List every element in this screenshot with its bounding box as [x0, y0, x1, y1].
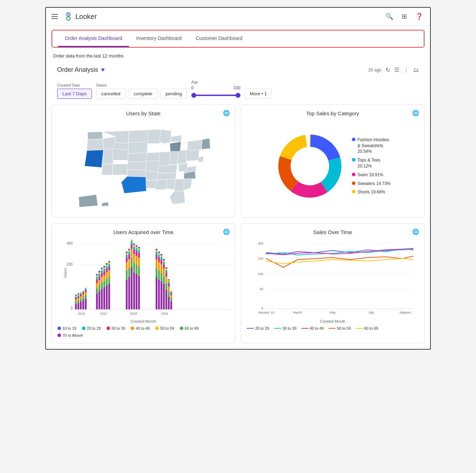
svg-rect-118: [103, 275, 105, 281]
legend-60-69: 60 to 69: [180, 326, 199, 330]
svg-rect-112: [101, 273, 103, 277]
page-subtitle: Order data from the last 12 months: [46, 52, 430, 63]
refresh-button[interactable]: ↻: [386, 67, 390, 73]
svg-rect-152: [131, 267, 132, 309]
svg-rect-86: [82, 293, 84, 294]
svg-rect-208: [165, 290, 167, 309]
label-60-69: 60 to 69: [185, 326, 199, 330]
status-complete[interactable]: complete: [129, 89, 158, 99]
svg-rect-211: [165, 273, 167, 276]
svg-rect-70: [77, 303, 79, 309]
svg-rect-222: [170, 302, 172, 309]
svg-rect-172: [138, 276, 140, 309]
svg-rect-65: [75, 300, 77, 302]
grid-button[interactable]: ⊞: [400, 11, 408, 22]
svg-text:2017: 2017: [100, 312, 107, 315]
more-filters-button[interactable]: More • 1: [245, 89, 272, 99]
svg-rect-197: [161, 260, 162, 264]
status-cancelled[interactable]: cancelled: [96, 89, 126, 99]
svg-rect-223: [170, 298, 172, 302]
svg-rect-175: [138, 253, 140, 258]
svg-rect-161: [133, 249, 135, 254]
range-thumb-right[interactable]: [236, 93, 240, 98]
svg-marker-48: [121, 176, 146, 193]
svg-rect-140: [126, 262, 128, 271]
svg-rect-157: [131, 240, 132, 241]
legend-sweaters: Sweaters 19.73%: [352, 181, 390, 187]
svg-text:2016: 2016: [78, 312, 85, 315]
svg-rect-158: [133, 273, 135, 309]
heart-icon[interactable]: ♥: [101, 66, 105, 74]
svg-rect-187: [158, 280, 160, 309]
filter-button[interactable]: ☰: [394, 67, 399, 73]
svg-rect-85: [82, 294, 84, 297]
legend-50-59: 50 to 59: [155, 326, 174, 330]
status-pending[interactable]: pending: [160, 89, 187, 99]
label-30-39: 30 to 39: [111, 326, 125, 330]
status-label: Status: [96, 83, 187, 87]
svg-marker-50: [202, 138, 210, 149]
svg-rect-124: [106, 279, 108, 286]
help-button[interactable]: ❓: [414, 11, 424, 22]
svg-rect-206: [163, 260, 165, 262]
tab-order-analysis[interactable]: Order Analysis Dashboard: [58, 30, 129, 47]
svg-rect-212: [165, 270, 167, 273]
globe-icon-sales: 🌐: [412, 110, 419, 116]
svg-rect-183: [156, 255, 157, 259]
globe-icon-map: 🌐: [223, 110, 230, 116]
svg-rect-145: [128, 277, 130, 309]
folder-button[interactable]: 🗂: [413, 67, 419, 73]
range-values: 0 100: [191, 85, 240, 90]
svg-rect-176: [138, 250, 140, 253]
svg-rect-190: [158, 258, 160, 262]
svg-rect-214: [165, 267, 167, 269]
line-30-39: [274, 328, 281, 329]
svg-marker-46: [102, 202, 109, 206]
svg-rect-117: [103, 281, 105, 288]
label-40-49: 40 to 49: [136, 326, 150, 330]
tab-inventory[interactable]: Inventory Dashboard: [129, 30, 189, 47]
svg-rect-68: [75, 296, 77, 297]
svg-rect-101: [96, 274, 98, 275]
dashboard: Order Analysis ♥ 2h ago ↻ ☰ ⋮ 🗂 Created …: [46, 63, 430, 349]
line-chart-wrapper: 200 150 100 50 0 January '19 March: [247, 239, 419, 318]
label-70-above: 70 or Above: [62, 333, 83, 337]
svg-rect-192: [158, 253, 160, 255]
dashboard-header: Order Analysis ♥ 2h ago ↻ ☰ ⋮ 🗂: [52, 63, 424, 77]
hamburger-menu[interactable]: [52, 14, 58, 19]
svg-marker-39: [179, 163, 188, 172]
svg-rect-147: [128, 259, 130, 268]
dot-70-above: [57, 334, 61, 337]
legend-20-29: 20 to 29: [82, 326, 101, 330]
svg-rect-224: [170, 295, 172, 298]
more-options-button[interactable]: ⋮: [403, 67, 409, 73]
dot-20-29: [82, 327, 86, 330]
line-chart-svg: 200 150 100 50 0 January '19 March: [250, 239, 422, 316]
range-slider[interactable]: [191, 92, 240, 99]
created-date-button[interactable]: Last 7 Days: [57, 89, 92, 99]
svg-text:100: 100: [258, 272, 263, 276]
svg-rect-225: [170, 293, 172, 295]
svg-rect-189: [158, 262, 160, 271]
legend-text-swim: Swim 19.91%: [358, 172, 383, 178]
svg-marker-16: [128, 153, 147, 162]
svg-rect-87: [82, 291, 84, 293]
tab-customer[interactable]: Customer Dashboard: [189, 30, 249, 47]
range-max: 100: [233, 85, 240, 90]
line-50-59: [328, 328, 335, 329]
svg-rect-99: [96, 277, 98, 280]
svg-marker-45: [79, 194, 98, 207]
svg-rect-151: [128, 249, 130, 250]
svg-rect-174: [138, 258, 140, 267]
svg-rect-119: [103, 272, 105, 275]
legend-text-sweaters: Sweaters 19.73%: [358, 181, 390, 187]
svg-text:2018: 2018: [130, 312, 137, 315]
label-20-29: 20 to 29: [87, 326, 101, 330]
range-thumb-left[interactable]: [191, 93, 196, 98]
svg-rect-159: [133, 263, 135, 273]
bar-chart-legend: 10 to 19 20 to 29 30 to 39 40 to 49: [57, 326, 229, 337]
globe-icon-sales-time: 🌐: [412, 228, 419, 235]
svg-rect-226: [170, 292, 172, 293]
users-y-label: Users: [63, 268, 67, 278]
search-button[interactable]: 🔍: [384, 11, 395, 22]
